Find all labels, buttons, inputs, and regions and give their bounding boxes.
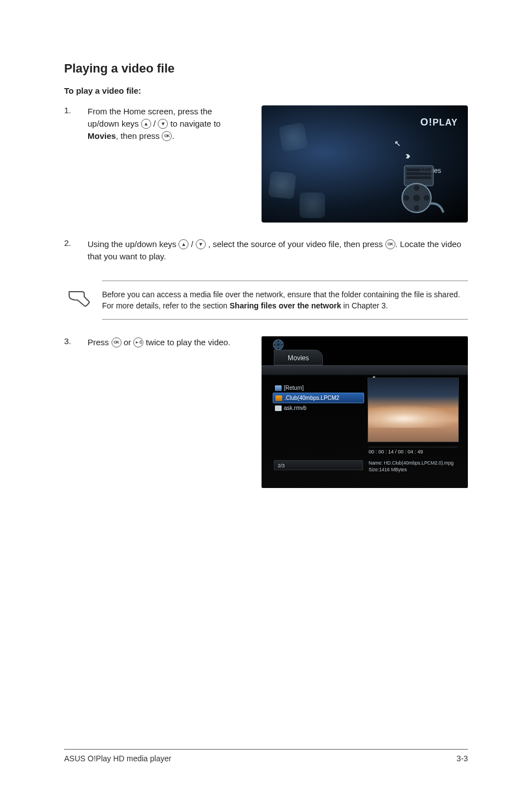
sub-title: To play a video file: (64, 86, 468, 95)
svg-point-12 (277, 340, 279, 341)
text: , then press (116, 131, 162, 141)
video-file-icon (275, 395, 282, 401)
meta-name: Name: HD.Club(40mbps.LPCM2.0).mpg (369, 460, 458, 466)
footer-page-number: 3-3 (457, 754, 468, 763)
step-body: Press OK or ►/ǁ twice to play the video. (88, 336, 245, 349)
text: / (191, 239, 196, 249)
meta-size: Size:1416 MBytes (369, 467, 458, 473)
step-2: 2. Using the up/down keys ▲ / ▼ , select… (64, 238, 468, 263)
ok-button-icon: OK (385, 239, 395, 249)
svg-point-5 (413, 195, 420, 201)
cursor-icon: ↖ (394, 139, 401, 148)
list-item: [Return] (273, 383, 364, 393)
list-item-selected: .Club(40mbps.LPCM2 (273, 393, 364, 403)
movies-tab: Movies (274, 350, 323, 365)
svg-rect-2 (407, 172, 431, 175)
film-reel-icon (390, 163, 446, 215)
step-body: Using the up/down keys ▲ / ▼ , select th… (88, 238, 468, 263)
folder-return-icon (275, 385, 282, 391)
section-title: Playing a video file (64, 61, 468, 76)
step-number: 3. (64, 336, 88, 349)
page-footer: ASUS O!Play HD media player 3-3 (64, 749, 468, 763)
svg-rect-3 (407, 176, 431, 179)
down-arrow-icon: ▼ (196, 239, 206, 249)
text: or (124, 337, 134, 347)
list-item: ask.rmvb (273, 403, 364, 413)
home-screen-screenshot: O!O!PLAYPLAY ↖ ›››› Movies (262, 105, 468, 223)
menu-blur-icon (299, 192, 325, 218)
movies-browser-screenshot: Movies ↖ [Return] .Club(40mbps.LPCM2 ask… (262, 336, 468, 488)
svg-point-9 (424, 195, 429, 201)
step-1: 1. From the Home screen, press the up/do… (64, 105, 245, 142)
step-number: 2. (64, 238, 88, 263)
play-pause-icon: ►/ǁ (133, 337, 143, 347)
menu-blur-icon (268, 171, 297, 200)
note-bold: Sharing files over the network (230, 301, 341, 310)
svg-point-6 (414, 185, 419, 191)
chevrons-icon: ›››› (405, 150, 408, 162)
note-text: in Chapter 3. (344, 301, 388, 310)
timecode: 00 : 00 : 14 / 00 : 04 : 49 (369, 447, 458, 455)
svg-point-11 (277, 344, 279, 346)
file-label: .Club(40mbps.LPCM2 (284, 395, 339, 401)
file-list: [Return] .Club(40mbps.LPCM2 ask.rmvb (273, 383, 364, 413)
toolbar (262, 365, 468, 375)
text: Using the up/down keys (88, 239, 178, 249)
text: , select the source of your video file, … (208, 239, 385, 249)
step-body: From the Home screen, press the up/down … (88, 105, 245, 142)
file-label: ask.rmvb (284, 405, 307, 411)
svg-point-15 (281, 344, 283, 345)
step-number: 1. (64, 105, 88, 142)
text: / (153, 119, 158, 128)
svg-point-8 (404, 195, 409, 201)
svg-point-7 (414, 205, 419, 211)
ok-button-icon: OK (112, 337, 122, 347)
text: Press (88, 337, 112, 347)
note-hand-icon (67, 289, 91, 308)
pager: 2/3 (274, 460, 363, 470)
svg-rect-1 (407, 168, 431, 171)
step-3: 3. Press OK or ►/ǁ twice to play the vid… (64, 336, 245, 349)
menu-blur-icon (278, 122, 308, 152)
up-arrow-icon: ▲ (178, 239, 188, 249)
movies-bold: Movies (88, 131, 116, 141)
file-label: [Return] (284, 385, 304, 391)
text: to navigate to (171, 119, 221, 128)
down-arrow-icon: ▼ (158, 119, 168, 129)
movies-emblem-icon (270, 337, 286, 351)
oplay-logo: O!O!PLAYPLAY (420, 117, 458, 128)
file-metadata: Name: HD.Club(40mbps.LPCM2.0).mpg Size:1… (369, 460, 458, 473)
file-icon (275, 405, 282, 411)
note-callout: Before you can access a media file over … (102, 281, 468, 320)
footer-product: ASUS O!Play HD media player (64, 754, 171, 763)
text: twice to play the video. (146, 337, 230, 347)
video-preview (367, 378, 459, 442)
text: . (172, 131, 174, 141)
svg-point-14 (273, 344, 275, 345)
ok-button-icon: OK (162, 131, 172, 141)
up-arrow-icon: ▲ (141, 119, 151, 129)
